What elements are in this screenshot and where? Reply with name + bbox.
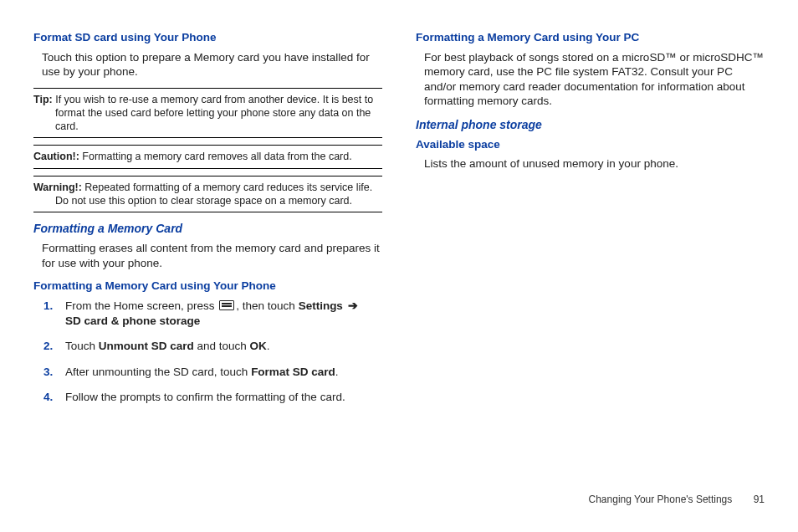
heading-format-using-phone: Formatting a Memory Card using Your Phon…: [33, 279, 382, 294]
page-footer: Changing Your Phone's Settings 91: [589, 494, 765, 505]
step2-c: and touch: [194, 340, 250, 352]
menu-icon: [219, 300, 234, 310]
step1-text-a: From the Home screen, press: [65, 299, 217, 312]
arrow-icon: ➔: [348, 299, 358, 312]
heading-format-pc: Formatting a Memory Card using Your PC: [416, 30, 765, 45]
step2-b: Unmount SD card: [99, 340, 194, 352]
caution-text: Formatting a memory card removes all dat…: [82, 151, 351, 162]
heading-internal-storage: Internal phone storage: [416, 117, 765, 132]
step1-text-b: , then touch: [236, 299, 298, 312]
step3-b: Format SD card: [251, 366, 335, 378]
tip-text: If you wish to re-use a memory card from…: [55, 94, 373, 133]
warning-box: Warning!: Repeated formatting of a memor…: [33, 176, 382, 213]
caution-box: Caution!: Formatting a memory card remov…: [33, 145, 382, 168]
step1-sd: SD card & phone storage: [65, 315, 200, 327]
right-column: Formatting a Memory Card using Your PC F…: [416, 25, 765, 452]
step-1: From the Home screen, press , then touch…: [65, 299, 382, 329]
paragraph: For best playback of songs stored on a m…: [424, 50, 765, 109]
step2-e: .: [267, 340, 270, 352]
warning-text: Repeated formatting of a memory card red…: [55, 182, 372, 207]
paragraph: Formatting erases all content from the m…: [42, 241, 382, 270]
paragraph: Touch this option to prepare a Memory ca…: [42, 50, 382, 79]
heading-available-space: Available space: [416, 137, 765, 152]
warning-label: Warning!:: [33, 182, 82, 193]
document-page: Format SD card using Your Phone Touch th…: [0, 0, 798, 468]
step2-d: OK: [250, 340, 267, 352]
step-3: After unmounting the SD card, touch Form…: [65, 365, 382, 380]
heading-format-sd: Format SD card using Your Phone: [33, 30, 382, 45]
caution-label: Caution!:: [33, 151, 79, 162]
step3-c: .: [335, 366, 339, 378]
heading-formatting-card: Formatting a Memory Card: [33, 221, 382, 236]
page-number: 91: [754, 494, 765, 505]
paragraph: Lists the amount of unused memory in you…: [424, 156, 765, 171]
tip-box: Tip: If you wish to re-use a memory card…: [33, 88, 382, 139]
left-column: Format SD card using Your Phone Touch th…: [33, 25, 382, 452]
steps-list: From the Home screen, press , then touch…: [42, 299, 382, 405]
step-2: Touch Unmount SD card and touch OK.: [65, 339, 382, 354]
footer-section: Changing Your Phone's Settings: [589, 494, 733, 505]
step2-a: Touch: [65, 340, 99, 352]
step3-a: After unmounting the SD card, touch: [65, 366, 251, 378]
tip-label: Tip:: [33, 94, 53, 105]
step-4: Follow the prompts to confirm the format…: [65, 390, 382, 405]
step1-settings: Settings: [299, 299, 343, 312]
